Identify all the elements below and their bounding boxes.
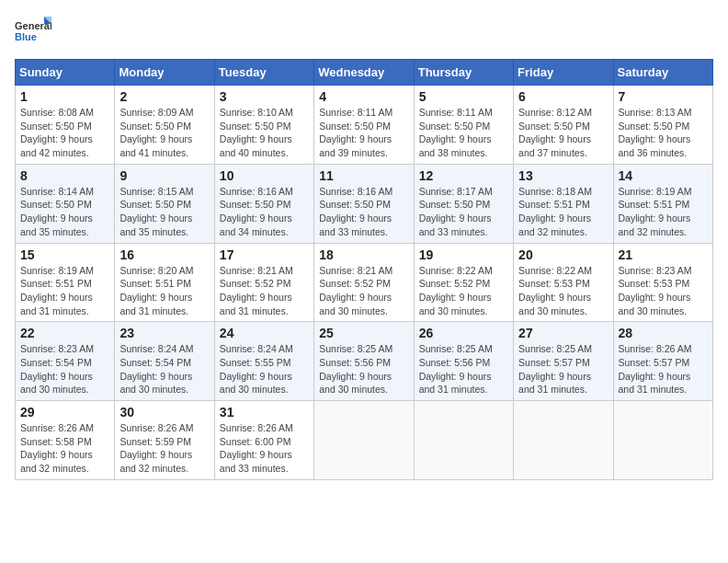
- cell-info: Sunrise: 8:25 AM Sunset: 5:56 PM Dayligh…: [319, 342, 408, 396]
- day-number: 21: [619, 247, 708, 262]
- day-header-sunday: Sunday: [16, 60, 115, 86]
- day-number: 7: [619, 89, 708, 104]
- calendar-cell: 21 Sunrise: 8:23 AM Sunset: 5:53 PM Dayl…: [613, 243, 712, 322]
- day-number: 17: [220, 247, 309, 262]
- calendar-cell: 31 Sunrise: 8:26 AM Sunset: 6:00 PM Dayl…: [214, 401, 313, 480]
- calendar-week-row: 15 Sunrise: 8:19 AM Sunset: 5:51 PM Dayl…: [16, 243, 713, 322]
- cell-info: Sunrise: 8:22 AM Sunset: 5:53 PM Dayligh…: [518, 264, 608, 318]
- calendar-table: SundayMondayTuesdayWednesdayThursdayFrid…: [15, 59, 713, 480]
- calendar-week-row: 22 Sunrise: 8:23 AM Sunset: 5:54 PM Dayl…: [16, 322, 713, 401]
- calendar-body: 1 Sunrise: 8:08 AM Sunset: 5:50 PM Dayli…: [16, 86, 713, 480]
- cell-info: Sunrise: 8:25 AM Sunset: 5:57 PM Dayligh…: [518, 342, 608, 396]
- cell-info: Sunrise: 8:14 AM Sunset: 5:50 PM Dayligh…: [20, 185, 109, 239]
- day-number: 1: [20, 89, 109, 104]
- cell-info: Sunrise: 8:19 AM Sunset: 5:51 PM Dayligh…: [619, 185, 708, 239]
- cell-info: Sunrise: 8:16 AM Sunset: 5:50 PM Dayligh…: [220, 185, 309, 239]
- day-number: 23: [119, 326, 209, 340]
- calendar-cell: 1 Sunrise: 8:08 AM Sunset: 5:50 PM Dayli…: [16, 86, 115, 165]
- day-number: 12: [419, 168, 508, 183]
- day-number: 3: [220, 89, 309, 104]
- calendar-cell: 18 Sunrise: 8:21 AM Sunset: 5:52 PM Dayl…: [314, 243, 414, 322]
- calendar-cell: 17 Sunrise: 8:21 AM Sunset: 5:52 PM Dayl…: [214, 243, 313, 322]
- cell-info: Sunrise: 8:21 AM Sunset: 5:52 PM Dayligh…: [319, 264, 408, 318]
- cell-info: Sunrise: 8:26 AM Sunset: 5:57 PM Dayligh…: [619, 342, 708, 396]
- day-number: 30: [119, 405, 209, 419]
- cell-info: Sunrise: 8:17 AM Sunset: 5:50 PM Dayligh…: [419, 185, 508, 239]
- cell-info: Sunrise: 8:08 AM Sunset: 5:50 PM Dayligh…: [20, 106, 109, 160]
- cell-info: Sunrise: 8:20 AM Sunset: 5:51 PM Dayligh…: [119, 264, 209, 318]
- cell-info: Sunrise: 8:23 AM Sunset: 5:53 PM Dayligh…: [619, 264, 708, 318]
- calendar-cell: 24 Sunrise: 8:24 AM Sunset: 5:55 PM Dayl…: [214, 322, 313, 401]
- calendar-week-row: 29 Sunrise: 8:26 AM Sunset: 5:58 PM Dayl…: [16, 401, 713, 480]
- day-header-thursday: Thursday: [414, 60, 513, 86]
- day-number: 24: [220, 326, 309, 340]
- day-number: 28: [619, 326, 708, 340]
- svg-text:Blue: Blue: [15, 31, 37, 42]
- calendar-cell: [514, 401, 613, 480]
- calendar-cell: 30 Sunrise: 8:26 AM Sunset: 5:59 PM Dayl…: [115, 401, 214, 480]
- calendar-week-row: 8 Sunrise: 8:14 AM Sunset: 5:50 PM Dayli…: [16, 164, 713, 243]
- day-header-friday: Friday: [514, 60, 613, 86]
- calendar-cell: 5 Sunrise: 8:11 AM Sunset: 5:50 PM Dayli…: [414, 86, 513, 165]
- day-number: 25: [319, 326, 408, 340]
- calendar-cell: 2 Sunrise: 8:09 AM Sunset: 5:50 PM Dayli…: [115, 86, 214, 165]
- cell-info: Sunrise: 8:09 AM Sunset: 5:50 PM Dayligh…: [119, 106, 209, 160]
- day-number: 26: [419, 326, 508, 340]
- day-number: 6: [518, 89, 608, 104]
- cell-info: Sunrise: 8:11 AM Sunset: 5:50 PM Dayligh…: [319, 106, 408, 160]
- day-number: 15: [20, 247, 109, 262]
- day-number: 20: [518, 247, 608, 262]
- day-number: 31: [220, 405, 309, 419]
- cell-info: Sunrise: 8:10 AM Sunset: 5:50 PM Dayligh…: [220, 106, 309, 160]
- calendar-cell: [314, 401, 414, 480]
- page-header: General Blue: [15, 15, 713, 48]
- calendar-cell: 16 Sunrise: 8:20 AM Sunset: 5:51 PM Dayl…: [115, 243, 214, 322]
- day-number: 19: [419, 247, 508, 262]
- day-number: 22: [20, 326, 109, 340]
- day-number: 18: [319, 247, 408, 262]
- calendar-cell: 29 Sunrise: 8:26 AM Sunset: 5:58 PM Dayl…: [16, 401, 115, 480]
- calendar-week-row: 1 Sunrise: 8:08 AM Sunset: 5:50 PM Dayli…: [16, 86, 713, 165]
- day-header-saturday: Saturday: [613, 60, 712, 86]
- day-number: 10: [220, 168, 309, 183]
- day-header-tuesday: Tuesday: [214, 60, 313, 86]
- cell-info: Sunrise: 8:26 AM Sunset: 6:00 PM Dayligh…: [220, 421, 309, 476]
- cell-info: Sunrise: 8:26 AM Sunset: 5:58 PM Dayligh…: [20, 421, 109, 476]
- day-number: 4: [319, 89, 408, 104]
- day-number: 5: [419, 89, 508, 104]
- day-number: 8: [20, 168, 109, 183]
- calendar-cell: 4 Sunrise: 8:11 AM Sunset: 5:50 PM Dayli…: [314, 86, 414, 165]
- day-number: 14: [619, 168, 708, 183]
- day-number: 11: [319, 168, 408, 183]
- calendar-cell: 11 Sunrise: 8:16 AM Sunset: 5:50 PM Dayl…: [314, 164, 414, 243]
- calendar-cell: 12 Sunrise: 8:17 AM Sunset: 5:50 PM Dayl…: [414, 164, 513, 243]
- day-header-monday: Monday: [115, 60, 214, 86]
- cell-info: Sunrise: 8:13 AM Sunset: 5:50 PM Dayligh…: [619, 106, 708, 160]
- calendar-cell: 13 Sunrise: 8:18 AM Sunset: 5:51 PM Dayl…: [514, 164, 613, 243]
- cell-info: Sunrise: 8:24 AM Sunset: 5:55 PM Dayligh…: [220, 342, 309, 396]
- day-number: 27: [518, 326, 608, 340]
- calendar-header-row: SundayMondayTuesdayWednesdayThursdayFrid…: [16, 60, 713, 86]
- day-header-wednesday: Wednesday: [314, 60, 414, 86]
- calendar-cell: 8 Sunrise: 8:14 AM Sunset: 5:50 PM Dayli…: [16, 164, 115, 243]
- cell-info: Sunrise: 8:21 AM Sunset: 5:52 PM Dayligh…: [220, 264, 309, 318]
- logo: General Blue: [15, 15, 51, 48]
- calendar-cell: 28 Sunrise: 8:26 AM Sunset: 5:57 PM Dayl…: [613, 322, 712, 401]
- cell-info: Sunrise: 8:19 AM Sunset: 5:51 PM Dayligh…: [20, 264, 109, 318]
- day-number: 2: [119, 89, 209, 104]
- cell-info: Sunrise: 8:26 AM Sunset: 5:59 PM Dayligh…: [119, 421, 209, 476]
- day-number: 16: [119, 247, 209, 262]
- cell-info: Sunrise: 8:15 AM Sunset: 5:50 PM Dayligh…: [119, 185, 209, 239]
- day-number: 29: [20, 405, 109, 419]
- calendar-cell: 6 Sunrise: 8:12 AM Sunset: 5:50 PM Dayli…: [514, 86, 613, 165]
- cell-info: Sunrise: 8:23 AM Sunset: 5:54 PM Dayligh…: [20, 342, 109, 396]
- logo-svg: General Blue: [15, 15, 51, 48]
- calendar-cell: [414, 401, 513, 480]
- calendar-cell: 10 Sunrise: 8:16 AM Sunset: 5:50 PM Dayl…: [214, 164, 313, 243]
- calendar-cell: 22 Sunrise: 8:23 AM Sunset: 5:54 PM Dayl…: [16, 322, 115, 401]
- cell-info: Sunrise: 8:16 AM Sunset: 5:50 PM Dayligh…: [319, 185, 408, 239]
- calendar-cell: 19 Sunrise: 8:22 AM Sunset: 5:52 PM Dayl…: [414, 243, 513, 322]
- day-number: 13: [518, 168, 608, 183]
- cell-info: Sunrise: 8:12 AM Sunset: 5:50 PM Dayligh…: [518, 106, 608, 160]
- calendar-cell: 15 Sunrise: 8:19 AM Sunset: 5:51 PM Dayl…: [16, 243, 115, 322]
